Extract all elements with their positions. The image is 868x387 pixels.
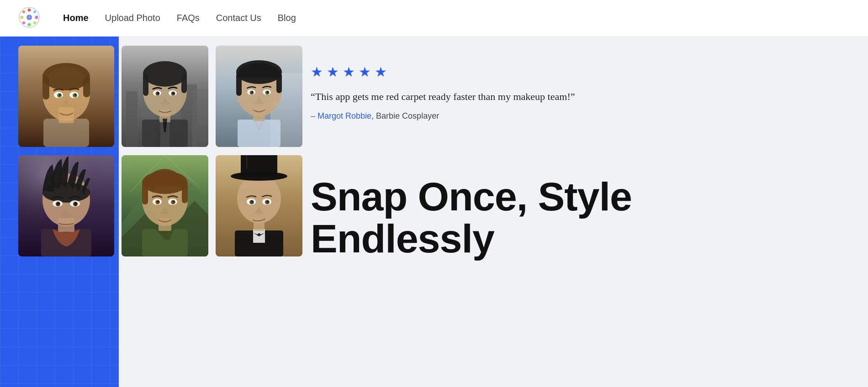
star-4: ★: [359, 64, 371, 80]
svg-point-82: [157, 201, 159, 203]
svg-rect-45: [238, 120, 281, 147]
testimonial-section: ★ ★ ★ ★ ★ “This app gets me red carpet r…: [311, 64, 831, 148]
photo-card-6: [216, 155, 302, 256]
svg-point-7: [33, 10, 36, 13]
testimonial-quote: “This app gets me red carpet ready faste…: [311, 89, 576, 104]
svg-rect-77: [182, 183, 188, 203]
svg-rect-50: [276, 73, 282, 93]
navigation: Home Upload Photo FAQs Contact Us Blog: [0, 0, 868, 37]
photo-grid: [18, 46, 302, 256]
svg-point-98: [267, 201, 269, 203]
nav-link-home[interactable]: Home: [63, 13, 89, 23]
svg-point-23: [74, 94, 76, 96]
photo-row-2: [18, 155, 302, 256]
photo-card-3: [216, 46, 302, 147]
photo-inner-3: [216, 46, 302, 147]
svg-rect-76: [142, 183, 148, 204]
photo-inner-4: [18, 155, 114, 256]
star-rating: ★ ★ ★ ★ ★: [311, 64, 831, 80]
svg-point-42: [173, 92, 175, 94]
hero-headline-line1: Snap Once, Style: [311, 176, 831, 218]
hero-headline-line2: Endlessly: [311, 218, 831, 260]
svg-point-8: [22, 21, 25, 24]
photo-inner-1: [18, 46, 114, 147]
svg-point-55: [251, 91, 253, 93]
svg-rect-91: [241, 155, 277, 177]
star-3: ★: [343, 64, 355, 80]
nav-links: Home Upload Photo FAQs Contact Us Blog: [63, 13, 296, 23]
main-content: ★ ★ ★ ★ ★ “This app gets me red carpet r…: [0, 37, 868, 387]
svg-point-97: [251, 201, 253, 203]
svg-rect-35: [143, 74, 148, 96]
nav-link-faqs[interactable]: FAQs: [177, 13, 200, 23]
testimonial-attribution: – Margot Robbie, Barbie Cosplayer: [311, 111, 831, 121]
photo-card-1: [18, 46, 114, 147]
svg-point-41: [157, 92, 159, 94]
svg-point-67: [75, 203, 77, 205]
svg-rect-17: [83, 77, 90, 97]
svg-rect-16: [42, 77, 49, 99]
star-5: ★: [375, 64, 387, 80]
photo-inner-2: [122, 46, 208, 147]
photo-card-4: [18, 155, 114, 256]
svg-point-83: [173, 201, 175, 203]
svg-rect-36: [181, 74, 187, 93]
testimonial-author-role: , Barbie Cosplayer: [371, 111, 439, 120]
nav-link-contact-us[interactable]: Contact Us: [216, 13, 261, 23]
photo-card-5: [122, 155, 208, 256]
star-1: ★: [311, 64, 323, 80]
photo-inner-6: [216, 155, 302, 256]
photo-row-1: [18, 46, 302, 147]
svg-point-87: [258, 233, 260, 236]
svg-point-66: [58, 203, 60, 205]
svg-rect-49: [236, 73, 242, 96]
svg-point-56: [267, 91, 269, 93]
photo-inner-5: [122, 155, 208, 256]
svg-point-34: [143, 61, 187, 87]
svg-rect-28: [192, 89, 208, 147]
photo-card-2: [122, 46, 208, 147]
nav-link-upload-photo[interactable]: Upload Photo: [105, 13, 160, 23]
nav-link-blog[interactable]: Blog: [278, 13, 296, 23]
svg-point-22: [59, 94, 61, 96]
hero-headline: Snap Once, Style Endlessly: [311, 176, 831, 260]
svg-point-6: [22, 10, 25, 13]
testimonial-author-name: – Margot Robbie: [311, 111, 371, 120]
star-2: ★: [327, 64, 339, 80]
svg-point-9: [33, 21, 36, 24]
svg-point-61: [42, 183, 90, 203]
svg-point-15: [42, 63, 90, 90]
svg-point-89: [237, 174, 281, 223]
nav-logo[interactable]: [18, 6, 45, 30]
svg-rect-25: [126, 91, 138, 147]
